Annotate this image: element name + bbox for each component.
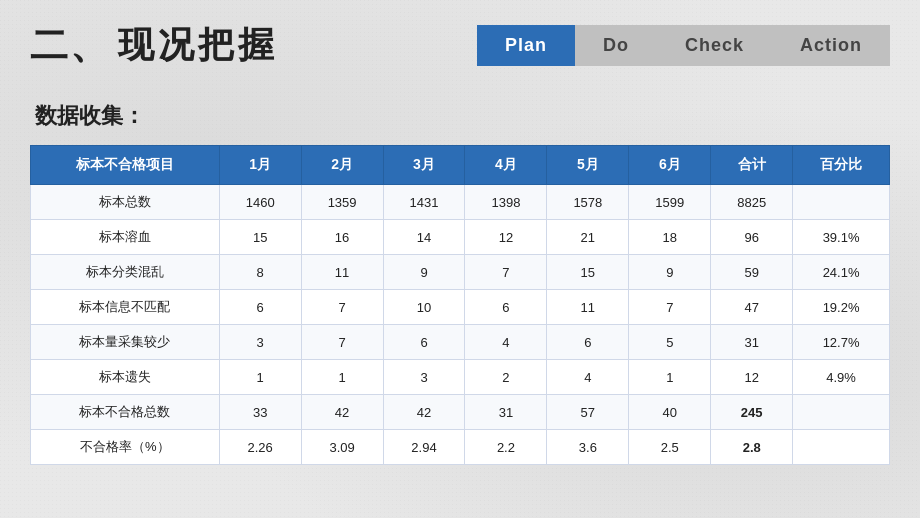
table-row: 标本总数1460135914311398157815998825: [31, 185, 890, 220]
table-cell: 2.26: [219, 430, 301, 465]
table-cell: 2.94: [383, 430, 465, 465]
table-cell: 2.5: [629, 430, 711, 465]
table-cell: 3: [219, 325, 301, 360]
table-cell: 18: [629, 220, 711, 255]
col-header-m4: 4月: [465, 146, 547, 185]
table-cell: 6: [383, 325, 465, 360]
table-cell: 3.6: [547, 430, 629, 465]
tab-check[interactable]: Check: [657, 25, 772, 66]
pdca-tabs: Plan Do Check Action: [477, 25, 890, 66]
page: 二、 现况把握 Plan Do Check Action 数据收集： 标本不合格…: [0, 0, 920, 518]
table-cell: 15: [219, 220, 301, 255]
table-cell: 1578: [547, 185, 629, 220]
col-header-name: 标本不合格项目: [31, 146, 220, 185]
table-cell: 14: [383, 220, 465, 255]
table-cell: 5: [629, 325, 711, 360]
table-cell: 标本信息不匹配: [31, 290, 220, 325]
table-cell: 57: [547, 395, 629, 430]
table-row: 标本溶血1516141221189639.1%: [31, 220, 890, 255]
col-header-m5: 5月: [547, 146, 629, 185]
table-row: 不合格率（%）2.263.092.942.23.62.52.8: [31, 430, 890, 465]
table-cell: 6: [219, 290, 301, 325]
table-cell: 42: [383, 395, 465, 430]
table-cell: 标本不合格总数: [31, 395, 220, 430]
table-cell: 31: [465, 395, 547, 430]
table-row: 标本分类混乱811971595924.1%: [31, 255, 890, 290]
table-cell: 15: [547, 255, 629, 290]
table-cell: 31: [711, 325, 793, 360]
tab-action[interactable]: Action: [772, 25, 890, 66]
table-cell: 19.2%: [793, 290, 890, 325]
table-cell: 4: [547, 360, 629, 395]
col-header-m3: 3月: [383, 146, 465, 185]
table-cell: 标本总数: [31, 185, 220, 220]
table-cell: 6: [547, 325, 629, 360]
table-cell: 7: [629, 290, 711, 325]
table-row: 标本不合格总数334242315740245: [31, 395, 890, 430]
table-cell: 1431: [383, 185, 465, 220]
table-cell: 4: [465, 325, 547, 360]
table-cell: 6: [465, 290, 547, 325]
col-header-total: 合计: [711, 146, 793, 185]
title-number: 二、: [30, 20, 110, 71]
table-cell: 7: [465, 255, 547, 290]
tab-do[interactable]: Do: [575, 25, 657, 66]
table-cell: 7: [301, 290, 383, 325]
title-block: 二、 现况把握: [30, 20, 278, 71]
table-cell: 1398: [465, 185, 547, 220]
table-cell: [793, 430, 890, 465]
table-cell: [793, 185, 890, 220]
table-cell: 59: [711, 255, 793, 290]
header: 二、 现况把握 Plan Do Check Action: [30, 20, 890, 71]
table-cell: 1460: [219, 185, 301, 220]
col-header-m2: 2月: [301, 146, 383, 185]
table-cell: 7: [301, 325, 383, 360]
table-row: 标本量采集较少3764653112.7%: [31, 325, 890, 360]
table-cell: 1359: [301, 185, 383, 220]
table-cell: 47: [711, 290, 793, 325]
table-row: 标本遗失113241124.9%: [31, 360, 890, 395]
table-cell: 1: [219, 360, 301, 395]
table-cell: 不合格率（%）: [31, 430, 220, 465]
table-cell: 1599: [629, 185, 711, 220]
col-header-m1: 1月: [219, 146, 301, 185]
table-cell: 33: [219, 395, 301, 430]
table-cell: 2.8: [711, 430, 793, 465]
table-cell: 96: [711, 220, 793, 255]
table-cell: 9: [383, 255, 465, 290]
table-cell: 2.2: [465, 430, 547, 465]
tab-plan[interactable]: Plan: [477, 25, 575, 66]
table-cell: 8: [219, 255, 301, 290]
table-header-row: 标本不合格项目 1月 2月 3月 4月 5月 6月 合计 百分比: [31, 146, 890, 185]
table-cell: 3.09: [301, 430, 383, 465]
table-cell: 3: [383, 360, 465, 395]
table-cell: 4.9%: [793, 360, 890, 395]
table-cell: 12: [465, 220, 547, 255]
title-text: 现况把握: [118, 21, 278, 70]
table-row: 标本信息不匹配671061174719.2%: [31, 290, 890, 325]
table-cell: 21: [547, 220, 629, 255]
table-cell: 12.7%: [793, 325, 890, 360]
table-cell: 24.1%: [793, 255, 890, 290]
col-header-m6: 6月: [629, 146, 711, 185]
table-cell: 标本遗失: [31, 360, 220, 395]
table-cell: 16: [301, 220, 383, 255]
table-cell: 39.1%: [793, 220, 890, 255]
table-cell: 标本溶血: [31, 220, 220, 255]
table-cell: 10: [383, 290, 465, 325]
table-cell: 11: [301, 255, 383, 290]
section-label: 数据收集：: [30, 101, 890, 131]
table-cell: 245: [711, 395, 793, 430]
table-cell: 40: [629, 395, 711, 430]
data-table: 标本不合格项目 1月 2月 3月 4月 5月 6月 合计 百分比 标本总数146…: [30, 145, 890, 465]
table-cell: 12: [711, 360, 793, 395]
table-cell: [793, 395, 890, 430]
table-cell: 8825: [711, 185, 793, 220]
table-cell: 1: [629, 360, 711, 395]
table-cell: 9: [629, 255, 711, 290]
table-cell: 42: [301, 395, 383, 430]
table-cell: 标本分类混乱: [31, 255, 220, 290]
table-cell: 11: [547, 290, 629, 325]
table-cell: 标本量采集较少: [31, 325, 220, 360]
table-cell: 1: [301, 360, 383, 395]
